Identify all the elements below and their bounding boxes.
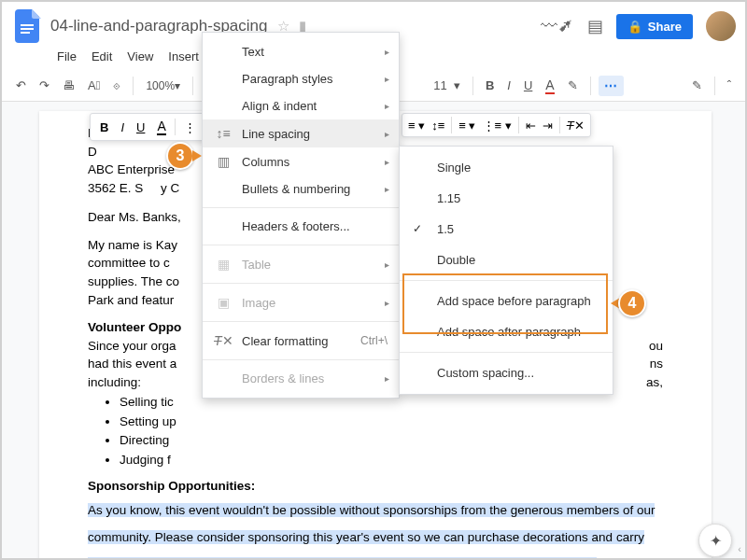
italic-button[interactable]: I xyxy=(502,76,515,95)
font-size-input[interactable]: 11 ▾ xyxy=(429,76,465,95)
underline-button[interactable]: U xyxy=(519,76,537,95)
format-line-spacing-item[interactable]: ↕≡Line spacing▸ xyxy=(203,119,399,147)
table-icon: ▦ xyxy=(214,257,233,272)
chevron-left-icon[interactable]: ‹ xyxy=(738,543,741,554)
list-item: Directing xyxy=(120,431,663,450)
numbered-list-button[interactable]: ≡ ▾ xyxy=(458,119,475,133)
callout-number: 4 xyxy=(618,289,646,317)
activity-icon[interactable]: 〰➚ xyxy=(541,17,574,36)
format-align-indent-item[interactable]: Align & indent▸ xyxy=(203,92,399,119)
docs-logo-icon[interactable] xyxy=(11,9,45,43)
menu-insert[interactable]: Insert xyxy=(162,47,205,66)
increase-indent-button[interactable]: ⇥ xyxy=(543,119,553,133)
spacing-custom-item[interactable]: Custom spacing... xyxy=(400,357,613,388)
check-icon: ✓ xyxy=(413,222,422,235)
format-table-item: ▦Table▸ xyxy=(203,250,399,278)
explore-fab[interactable]: ✦ xyxy=(698,524,732,557)
paint-format-icon[interactable]: ⟐ xyxy=(108,76,125,95)
format-text-item[interactable]: Text▸ xyxy=(203,38,399,65)
list-item: Setting up xyxy=(120,413,663,431)
menu-file[interactable]: File xyxy=(50,47,83,66)
columns-icon: ▥ xyxy=(214,154,233,169)
spacing-after-item[interactable]: Add space after paragraph xyxy=(400,316,613,347)
lock-icon: 🔒 xyxy=(627,20,642,34)
doc-heading: Sponsorship Opportunities: xyxy=(88,477,663,496)
svg-rect-0 xyxy=(21,24,34,26)
svg-rect-1 xyxy=(21,28,34,30)
float-underline-button[interactable]: U xyxy=(133,119,148,136)
spacing-115-item[interactable]: 1.15 xyxy=(400,183,613,214)
spacing-double-item[interactable]: Double xyxy=(400,245,613,275)
redo-icon[interactable]: ↷ xyxy=(35,76,54,95)
spacing-before-item[interactable]: Add space before paragraph xyxy=(400,286,613,316)
clear-format-icon: T✕ xyxy=(214,333,233,348)
chevron-up-icon[interactable]: ˆ xyxy=(723,76,736,95)
line-spacing-icon: ↕≡ xyxy=(214,126,233,141)
format-columns-item[interactable]: ▥Columns▸ xyxy=(203,147,399,175)
list-item: Judging f xyxy=(120,451,663,469)
float-text-color-button[interactable]: A xyxy=(153,117,169,137)
menu-edit[interactable]: Edit xyxy=(85,47,119,66)
align-button[interactable]: ≡ ▾ xyxy=(408,119,425,133)
selected-text: As you know, this event wouldn't be poss… xyxy=(88,503,655,560)
bold-button[interactable]: B xyxy=(481,76,499,95)
spacing-single-item[interactable]: Single xyxy=(400,152,613,183)
svg-rect-2 xyxy=(21,32,30,34)
print-icon[interactable]: 🖶 xyxy=(58,76,79,95)
format-headers-footers-item[interactable]: Headers & footers... xyxy=(203,213,399,240)
undo-icon[interactable]: ↶ xyxy=(11,76,31,95)
float-chevron-icon[interactable]: ⋮ xyxy=(180,119,200,136)
share-button[interactable]: 🔒 Share xyxy=(616,14,693,39)
callout-number: 3 xyxy=(166,142,194,170)
format-image-item: ▣Image▸ xyxy=(203,288,399,316)
float-bold-button[interactable]: B xyxy=(96,119,112,136)
spellcheck-icon[interactable]: Aͯ xyxy=(83,76,105,95)
bulleted-list-button[interactable]: ⋮≡ ▾ xyxy=(483,119,512,133)
format-borders-item: Borders & lines▸ xyxy=(203,365,399,392)
image-icon: ▣ xyxy=(214,295,233,310)
floating-paragraph-toolbar: ≡ ▾ ↕≡ ≡ ▾ ⋮≡ ▾ ⇤ ⇥ T✕ xyxy=(402,113,591,137)
menu-view[interactable]: View xyxy=(120,47,160,66)
share-label: Share xyxy=(648,20,682,34)
spacing-15-item[interactable]: ✓1.5 xyxy=(400,214,613,245)
editing-mode-icon[interactable]: ✎ xyxy=(687,76,707,95)
zoom-select[interactable]: 100% ▾ xyxy=(141,77,185,95)
toolbar-more-button[interactable]: ⋯ xyxy=(599,76,624,96)
format-bullets-item[interactable]: Bullets & numbering▸ xyxy=(203,175,399,203)
float-italic-button[interactable]: I xyxy=(117,119,128,136)
line-spacing-submenu: Single 1.15 ✓1.5 Double Add space before… xyxy=(399,146,613,395)
highlight-button[interactable]: ✎ xyxy=(563,76,583,95)
user-avatar[interactable] xyxy=(706,11,736,41)
comments-icon[interactable]: ▤ xyxy=(587,16,603,36)
format-dropdown: Text▸ Paragraph styles▸ Align & indent▸ … xyxy=(202,32,400,399)
format-paragraph-styles-item[interactable]: Paragraph styles▸ xyxy=(203,65,399,92)
clear-formatting-button[interactable]: T✕ xyxy=(567,119,585,133)
decrease-indent-button[interactable]: ⇤ xyxy=(526,119,536,133)
callout-4: 4 xyxy=(611,289,646,317)
callout-3: 3 xyxy=(166,142,202,170)
floating-format-toolbar: B I U A ⋮ xyxy=(90,113,206,141)
text-color-button[interactable]: A xyxy=(541,75,558,97)
line-spacing-button[interactable]: ↕≡ xyxy=(431,119,444,133)
format-clear-item[interactable]: T✕Clear formattingCtrl+\ xyxy=(203,327,399,355)
